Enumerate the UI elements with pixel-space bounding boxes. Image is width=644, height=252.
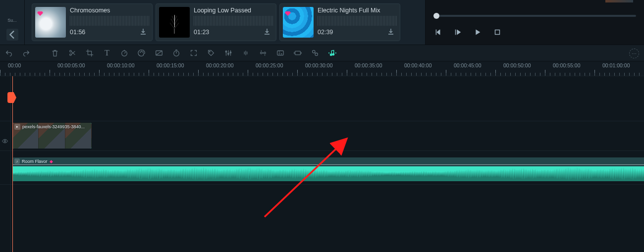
ruler-label: 00:01:00:00 <box>602 62 630 68</box>
link-button[interactable] <box>310 48 320 58</box>
audio-clip[interactable]: ♪ Room Flavor ◆ <box>12 157 644 181</box>
ruler-label: 00:00:45:00 <box>454 62 481 68</box>
split-button[interactable] <box>67 48 77 58</box>
svg-line-1 <box>171 19 174 25</box>
audio-clip-divider <box>12 164 644 165</box>
ruler-ticks <box>0 69 644 76</box>
download-icon <box>139 28 147 36</box>
svg-point-16 <box>209 51 210 52</box>
mask-button[interactable] <box>154 48 164 58</box>
fit-button[interactable] <box>189 48 199 58</box>
download-button[interactable] <box>139 28 147 36</box>
step-back-button[interactable] <box>433 28 442 39</box>
svg-point-15 <box>174 51 179 56</box>
card-title: Chromosomes <box>70 7 149 14</box>
library-card[interactable]: Looping Low Passed01:23 <box>156 3 276 41</box>
undo-button[interactable] <box>4 48 14 58</box>
ruler-label: 00:00:20:00 <box>206 62 233 68</box>
duration-button[interactable] <box>171 48 181 58</box>
beat-detection-button[interactable] <box>327 48 337 58</box>
music-note-icon: ♪ <box>14 158 20 164</box>
sliders-icon <box>224 49 233 57</box>
play-from-start-button[interactable] <box>453 28 462 39</box>
render-button[interactable] <box>293 48 303 58</box>
text-button[interactable]: T <box>102 48 112 58</box>
svg-line-5 <box>170 23 174 29</box>
svg-text:S: S <box>278 51 280 53</box>
ruler-label: 00:00:15:00 <box>157 62 184 68</box>
svg-line-2 <box>174 19 178 25</box>
premium-diamond-icon <box>285 9 291 15</box>
undo-icon <box>4 49 13 57</box>
video-clip[interactable]: ▸ pexels-fauxels-3249935-3840... <box>12 123 92 149</box>
audio-mixer-button[interactable] <box>241 48 251 58</box>
card-duration: 01:56 <box>70 29 149 36</box>
adjust-button[interactable] <box>223 48 233 58</box>
text-icon: T <box>105 49 109 57</box>
download-icon <box>387 28 395 36</box>
step-back-icon <box>433 28 442 37</box>
ruler-label: 00:00:05:00 <box>57 62 85 68</box>
subtitle-button[interactable]: S <box>275 48 285 58</box>
music-beat-icon <box>328 49 337 57</box>
audio-waveform <box>12 166 644 181</box>
crop-icon <box>85 49 94 57</box>
card-thumbnail <box>283 7 314 38</box>
scrubber-handle[interactable] <box>433 13 439 19</box>
track-divider <box>0 121 644 121</box>
crop-button[interactable] <box>85 48 95 58</box>
ruler-label: 00:00:10:00 <box>107 62 134 68</box>
svg-point-19 <box>230 52 231 53</box>
nav-back-button[interactable] <box>6 29 18 41</box>
render-icon <box>293 49 302 57</box>
track-divider <box>0 151 644 151</box>
card-title: Electric Nights Full Mix <box>318 7 397 14</box>
ruler-label: 00:00:50:00 <box>503 62 531 68</box>
playhead-handle[interactable] <box>7 92 16 103</box>
timeline-ruler[interactable]: 00:0000:00:05:0000:00:10:0000:00:15:0000… <box>0 61 644 76</box>
timeline-panel[interactable]: ▸ pexels-fauxels-3249935-3840... ♪ Room … <box>0 76 644 252</box>
scissors-icon <box>68 49 77 57</box>
chevron-left-icon <box>6 29 18 41</box>
card-thumbnail <box>159 7 190 38</box>
stop-icon <box>493 28 502 37</box>
library-card[interactable]: Chromosomes01:56 <box>32 3 153 41</box>
card-title: Looping Low Passed <box>194 7 273 14</box>
clip-media-icon: ▸ <box>14 124 20 130</box>
card-waveform <box>318 16 397 26</box>
library-row: Su... Chromosomes01:56Looping Low Passed… <box>0 0 644 45</box>
svg-rect-24 <box>295 51 301 54</box>
ruler-label: 00:00 <box>8 62 21 68</box>
stop-button[interactable] <box>493 28 502 39</box>
premium-diamond-icon <box>37 9 43 15</box>
eye-icon <box>1 138 8 145</box>
card-duration: 02:39 <box>318 29 397 36</box>
transport-controls <box>433 28 502 39</box>
download-button[interactable] <box>387 28 395 36</box>
trash-icon <box>51 49 59 57</box>
svg-point-18 <box>228 53 229 54</box>
download-button[interactable] <box>263 28 271 36</box>
preview-scrubber[interactable] <box>433 15 636 17</box>
palette-icon <box>137 49 146 57</box>
svg-point-21 <box>264 52 266 54</box>
preview-thumbnail <box>605 0 633 2</box>
ruler-label: 00:00:40:00 <box>404 62 431 68</box>
color-button[interactable] <box>137 48 147 58</box>
speed-button[interactable] <box>119 48 129 58</box>
tag-icon <box>207 49 215 57</box>
card-thumbnail <box>35 7 66 38</box>
marker-button[interactable] <box>206 48 216 58</box>
delete-button[interactable] <box>50 48 60 58</box>
audio-clip-label: Room Flavor <box>22 159 48 164</box>
library-card[interactable]: Electric Nights Full Mix02:39 <box>279 3 400 41</box>
play-button[interactable] <box>473 28 482 39</box>
toolbar-more-button[interactable]: ⋯ <box>629 49 639 58</box>
redo-button[interactable] <box>21 48 31 58</box>
svg-line-3 <box>172 16 174 21</box>
keyframe-button[interactable] <box>258 48 268 58</box>
premium-diamond-icon <box>161 9 167 15</box>
ruler-label: 00:00:25:00 <box>256 62 283 68</box>
svg-line-6 <box>174 23 179 29</box>
track-visibility-toggle[interactable] <box>1 138 8 147</box>
